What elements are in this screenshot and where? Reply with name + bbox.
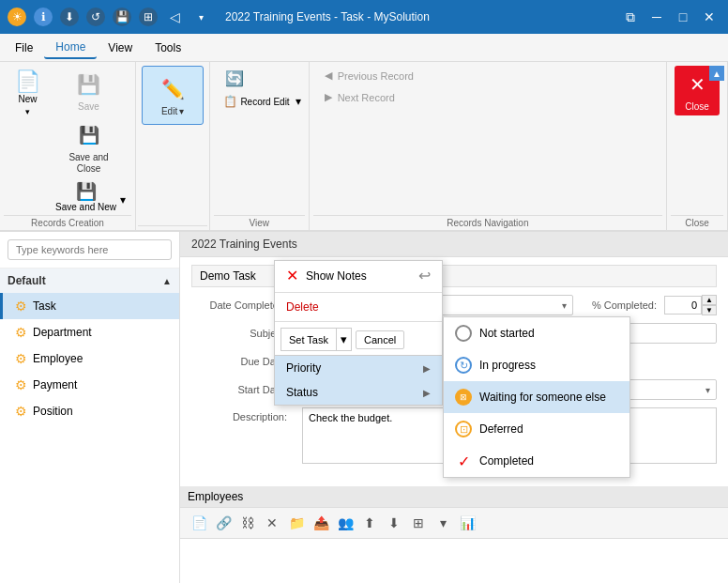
- record-edit-btn[interactable]: 📋 Record Edit: [218, 93, 296, 110]
- sidebar-section-header[interactable]: Default ▲: [0, 268, 179, 293]
- nav-group: ◀ Previous Record ▶ Next Record: [313, 62, 662, 107]
- back-arrow-icon: ↩: [418, 267, 431, 284]
- save-new-icon: 💾: [76, 181, 97, 202]
- ribbon: 📄 New ▾ 💾 Save 💾 Save andClose: [0, 62, 728, 232]
- prev-icon: ◀: [325, 69, 332, 82]
- set-task-dropdown: Set Task ▾: [281, 328, 352, 351]
- pay-gear-icon: ⚙: [15, 377, 27, 392]
- dropdown-icon[interactable]: ▾: [191, 8, 210, 26]
- sidebar-dept-label: Department: [33, 326, 92, 339]
- sidebar-task-label: Task: [33, 299, 56, 313]
- title-bar: ☀ ℹ ⬇ ↺ 💾 ⊞ ◁ ▾ 2022 Training Events - T…: [0, 0, 728, 34]
- set-task-btn[interactable]: Set Task: [281, 328, 337, 351]
- sidebar-item-employee[interactable]: ⚙ Employee: [0, 345, 179, 372]
- sidebar-pay-label: Payment: [33, 378, 77, 391]
- menu-tools[interactable]: Tools: [144, 38, 192, 58]
- in-progress-item[interactable]: ↻ In progress: [444, 349, 629, 381]
- new-dropdown-btn[interactable]: ▾: [8, 106, 48, 117]
- minimize-btn[interactable]: ─: [645, 6, 668, 28]
- section-title: Default: [8, 274, 46, 287]
- edit-group-label: [138, 225, 207, 230]
- show-notes-icon: ✕: [286, 267, 298, 284]
- sidebar-item-task[interactable]: ⚙ Task: [0, 293, 179, 319]
- priority-item[interactable]: Priority ▶: [275, 356, 442, 380]
- completed-label: Completed: [479, 454, 534, 468]
- in-progress-label: In progress: [479, 359, 536, 372]
- section-chevron: ▲: [162, 276, 172, 286]
- edit-icon: ✏️: [158, 74, 188, 104]
- waiting-item[interactable]: ⊠ Waiting for someone else: [444, 381, 629, 413]
- records-creation-label: Records Creation: [4, 215, 131, 230]
- save-close-button[interactable]: 💾 Save andClose: [61, 116, 115, 178]
- in-progress-icon: ↻: [455, 357, 472, 374]
- edit-dropdown[interactable]: ▾: [179, 106, 184, 116]
- ribbon-collapse-btn[interactable]: ▲: [709, 66, 724, 81]
- ribbon-items: 📄 New ▾ 💾 Save 💾 Save andClose: [4, 62, 131, 215]
- refresh-button[interactable]: 🔄: [218, 66, 301, 91]
- next-record-btn[interactable]: ▶ Next Record: [317, 87, 659, 107]
- set-task-arrow-btn[interactable]: ▾: [337, 328, 352, 351]
- next-label: Next Record: [338, 92, 395, 103]
- context-overlay: ✕ Show Notes ↩ Delete Set Task ▾: [180, 232, 728, 583]
- new-button-top[interactable]: 📄 New: [8, 66, 48, 106]
- sun-icon: ☀: [8, 8, 26, 26]
- save-close-icon: 💾: [74, 120, 104, 150]
- status-submenu: Not started ↻ In progress ⊠ Waiting for …: [443, 316, 630, 478]
- maximize-btn[interactable]: □: [672, 6, 694, 28]
- delete-item[interactable]: Delete: [275, 295, 442, 319]
- cancel-btn[interactable]: Cancel: [356, 330, 404, 349]
- save-new-btn[interactable]: 💾 Save and New: [52, 179, 120, 215]
- menu-view[interactable]: View: [97, 38, 144, 58]
- completed-item[interactable]: ✓ Completed: [444, 445, 629, 477]
- sidebar-item-position[interactable]: ⚙ Position: [0, 398, 179, 424]
- restore-btn[interactable]: ⧉: [619, 6, 642, 28]
- completed-icon: ✓: [455, 453, 472, 469]
- sidebar-item-payment[interactable]: ⚙ Payment: [0, 372, 179, 398]
- save-icon[interactable]: 💾: [113, 8, 131, 26]
- show-notes-label: Show Notes: [306, 269, 367, 283]
- menu-home[interactable]: Home: [44, 37, 97, 59]
- dept-gear-icon: ⚙: [15, 325, 27, 340]
- sidebar-pos-label: Position: [33, 405, 73, 418]
- close-x-icon: ✕: [682, 69, 712, 100]
- status-item[interactable]: Status ▶: [275, 380, 442, 405]
- waiting-label: Waiting for someone else: [479, 391, 606, 404]
- waiting-icon: ⊠: [455, 389, 472, 406]
- status-label: Status: [286, 386, 318, 399]
- save-new-dropdown[interactable]: ▾: [120, 188, 126, 207]
- close-group-label: Close: [671, 215, 723, 230]
- edit-items: ✏️ Edit ▾: [138, 62, 207, 125]
- search-input[interactable]: [8, 239, 172, 260]
- ribbon-group-nav: ◀ Previous Record ▶ Next Record Records …: [310, 62, 667, 230]
- context-separator-1: [275, 292, 442, 293]
- deferred-item[interactable]: ⊡ Deferred: [444, 413, 629, 445]
- show-notes-item[interactable]: ✕ Show Notes ↩: [275, 261, 442, 290]
- content-panel: 2022 Training Events Demo Task Date Comp…: [180, 232, 728, 583]
- context-menu: ✕ Show Notes ↩ Delete Set Task ▾: [274, 260, 443, 406]
- not-started-label: Not started: [479, 327, 535, 340]
- priority-arrow: ▶: [423, 363, 431, 374]
- priority-label: Priority: [286, 361, 321, 375]
- deferred-icon: ⊡: [455, 421, 472, 437]
- set-task-row: Set Task ▾ Cancel: [275, 324, 442, 355]
- info-icon: ℹ: [34, 8, 53, 26]
- context-separator-2: [275, 321, 442, 322]
- save-button[interactable]: 💾 Save: [67, 66, 112, 115]
- not-started-item[interactable]: Not started: [444, 317, 629, 349]
- save-new-group: 💾 Save and New ▾: [52, 179, 126, 215]
- close-window-btn[interactable]: ✕: [698, 6, 720, 28]
- grid-icon[interactable]: ⊞: [139, 8, 158, 26]
- record-edit-dropdown[interactable]: ▾: [296, 95, 301, 108]
- edit-button[interactable]: ✏️ Edit ▾: [142, 66, 204, 125]
- ribbon-group-record-edit: 🔄 📋 Record Edit ▾ View: [210, 62, 310, 230]
- records-nav-label: Records Navigation: [313, 215, 662, 230]
- prev-record-btn[interactable]: ◀ Previous Record: [317, 66, 659, 85]
- refresh-icon[interactable]: ↺: [86, 8, 105, 26]
- ribbon-group-edit: ✏️ Edit ▾: [136, 62, 210, 230]
- menu-file[interactable]: File: [4, 38, 44, 58]
- save-icon2: 💾: [74, 69, 104, 100]
- save-new-label: Save and New: [55, 202, 116, 213]
- task-gear-icon: ⚙: [15, 299, 27, 314]
- sidebar-item-department[interactable]: ⚙ Department: [0, 319, 179, 345]
- back-icon[interactable]: ◁: [165, 8, 184, 26]
